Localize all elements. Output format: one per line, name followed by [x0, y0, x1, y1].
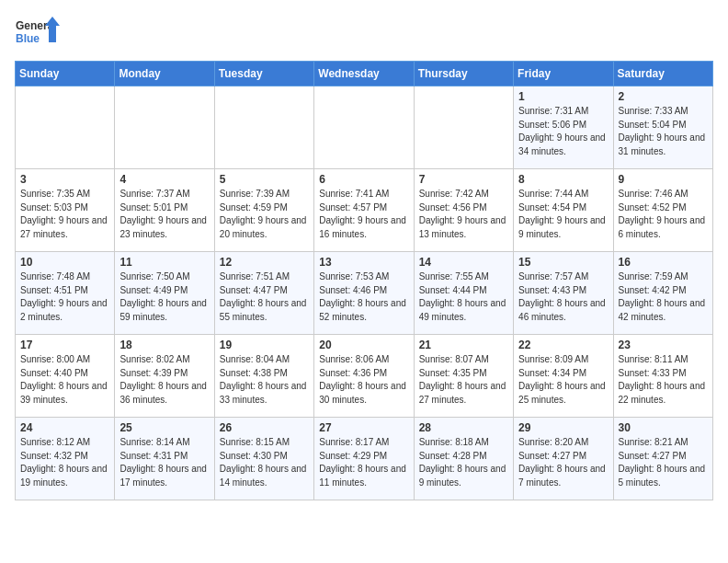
day-number: 2 [619, 90, 708, 103]
day-sunrise: Sunrise: 7:31 AM [518, 106, 588, 116]
day-number: 12 [220, 256, 309, 269]
day-sunrise: Sunrise: 8:17 AM [319, 437, 389, 447]
day-sunset: Sunset: 4:56 PM [419, 202, 487, 213]
day-daylight: Daylight: 8 hours and 33 minutes. [220, 381, 307, 405]
day-sunset: Sunset: 4:40 PM [20, 368, 88, 378]
day-sunrise: Sunrise: 7:53 AM [319, 271, 389, 282]
day-daylight: Daylight: 8 hours and 55 minutes. [220, 298, 307, 322]
day-daylight: Daylight: 8 hours and 36 minutes. [119, 381, 207, 405]
calendar-cell: 8 Sunrise: 7:44 AM Sunset: 4:54 PM Dayli… [514, 169, 613, 252]
day-daylight: Daylight: 8 hours and 9 minutes. [419, 464, 506, 488]
day-number: 14 [419, 256, 508, 269]
calendar-cell: 1 Sunrise: 7:31 AM Sunset: 5:06 PM Dayli… [514, 86, 613, 169]
day-daylight: Daylight: 8 hours and 5 minutes. [619, 464, 706, 488]
header-tuesday: Tuesday [214, 62, 313, 86]
calendar-cell: 3 Sunrise: 7:35 AM Sunset: 5:03 PM Dayli… [16, 169, 115, 252]
day-sunset: Sunset: 4:28 PM [419, 451, 487, 461]
day-sunset: Sunset: 4:51 PM [20, 285, 88, 295]
day-daylight: Daylight: 8 hours and 27 minutes. [419, 381, 506, 405]
day-sunrise: Sunrise: 7:48 AM [20, 271, 90, 282]
page-header: General Blue [15, 15, 713, 53]
day-sunset: Sunset: 4:27 PM [619, 451, 687, 461]
day-sunrise: Sunrise: 7:44 AM [518, 189, 588, 199]
day-number: 27 [319, 421, 408, 434]
day-sunset: Sunset: 4:49 PM [119, 285, 188, 295]
day-sunset: Sunset: 4:44 PM [419, 285, 487, 295]
day-number: 19 [220, 339, 309, 351]
day-number: 17 [20, 339, 109, 351]
day-sunset: Sunset: 4:43 PM [518, 285, 586, 295]
day-sunrise: Sunrise: 8:12 AM [20, 437, 90, 447]
calendar-week-1: 1 Sunrise: 7:31 AM Sunset: 5:06 PM Dayli… [16, 86, 713, 169]
day-sunset: Sunset: 4:31 PM [119, 451, 188, 461]
calendar-cell: 9 Sunrise: 7:46 AM Sunset: 4:52 PM Dayli… [613, 169, 712, 252]
calendar-cell: 29 Sunrise: 8:20 AM Sunset: 4:27 PM Dayl… [514, 418, 613, 500]
day-sunset: Sunset: 4:32 PM [20, 451, 88, 461]
day-sunset: Sunset: 4:39 PM [119, 368, 188, 378]
day-sunset: Sunset: 5:03 PM [20, 202, 88, 213]
day-daylight: Daylight: 8 hours and 59 minutes. [119, 298, 207, 322]
day-sunset: Sunset: 4:29 PM [319, 451, 387, 461]
day-number: 18 [119, 339, 209, 351]
day-daylight: Daylight: 9 hours and 16 minutes. [319, 215, 406, 239]
day-sunset: Sunset: 5:04 PM [619, 120, 687, 130]
day-sunset: Sunset: 4:36 PM [319, 368, 387, 378]
day-sunrise: Sunrise: 8:18 AM [419, 437, 489, 447]
day-number: 6 [319, 173, 408, 186]
day-daylight: Daylight: 9 hours and 13 minutes. [419, 215, 506, 239]
calendar-cell: 19 Sunrise: 8:04 AM Sunset: 4:38 PM Dayl… [214, 335, 313, 418]
day-daylight: Daylight: 8 hours and 49 minutes. [419, 298, 506, 322]
header-wednesday: Wednesday [314, 62, 414, 86]
svg-text:Blue: Blue [16, 32, 40, 45]
day-sunset: Sunset: 5:06 PM [518, 120, 586, 130]
day-number: 21 [419, 339, 508, 351]
day-number: 10 [20, 256, 109, 269]
day-number: 30 [619, 421, 708, 434]
day-number: 20 [319, 339, 408, 351]
day-sunset: Sunset: 4:57 PM [319, 202, 387, 213]
day-daylight: Daylight: 9 hours and 9 minutes. [518, 215, 606, 239]
day-number: 9 [619, 173, 708, 186]
day-number: 4 [119, 173, 209, 186]
day-number: 16 [619, 256, 708, 269]
calendar-cell: 17 Sunrise: 8:00 AM Sunset: 4:40 PM Dayl… [16, 335, 115, 418]
day-sunset: Sunset: 4:30 PM [220, 451, 288, 461]
header-monday: Monday [115, 62, 214, 86]
day-sunrise: Sunrise: 7:39 AM [220, 189, 290, 199]
day-sunset: Sunset: 4:42 PM [619, 285, 687, 295]
calendar-week-3: 10 Sunrise: 7:48 AM Sunset: 4:51 PM Dayl… [16, 252, 713, 335]
header-saturday: Saturday [613, 62, 712, 86]
day-sunrise: Sunrise: 7:46 AM [619, 189, 688, 199]
calendar-cell [214, 86, 313, 169]
calendar-cell: 5 Sunrise: 7:39 AM Sunset: 4:59 PM Dayli… [214, 169, 313, 252]
day-daylight: Daylight: 9 hours and 23 minutes. [119, 215, 207, 239]
day-daylight: Daylight: 8 hours and 42 minutes. [619, 298, 706, 322]
day-sunrise: Sunrise: 8:14 AM [119, 437, 189, 447]
calendar-cell: 16 Sunrise: 7:59 AM Sunset: 4:42 PM Dayl… [613, 252, 712, 335]
day-daylight: Daylight: 8 hours and 17 minutes. [119, 464, 207, 488]
calendar-cell: 6 Sunrise: 7:41 AM Sunset: 4:57 PM Dayli… [314, 169, 414, 252]
calendar-cell: 22 Sunrise: 8:09 AM Sunset: 4:34 PM Dayl… [514, 335, 613, 418]
day-sunrise: Sunrise: 7:50 AM [119, 271, 189, 282]
calendar-cell [115, 86, 214, 169]
calendar-cell: 21 Sunrise: 8:07 AM Sunset: 4:35 PM Dayl… [414, 335, 513, 418]
day-daylight: Daylight: 8 hours and 25 minutes. [518, 381, 606, 405]
day-sunrise: Sunrise: 8:21 AM [619, 437, 688, 447]
calendar-cell: 14 Sunrise: 7:55 AM Sunset: 4:44 PM Dayl… [414, 252, 513, 335]
header-friday: Friday [514, 62, 613, 86]
day-sunset: Sunset: 4:47 PM [220, 285, 288, 295]
day-number: 29 [518, 421, 608, 434]
day-sunrise: Sunrise: 7:55 AM [419, 271, 489, 282]
day-sunrise: Sunrise: 7:35 AM [20, 189, 90, 199]
calendar-cell [16, 86, 115, 169]
day-number: 11 [119, 256, 209, 269]
calendar-cell: 10 Sunrise: 7:48 AM Sunset: 4:51 PM Dayl… [16, 252, 115, 335]
calendar-cell: 25 Sunrise: 8:14 AM Sunset: 4:31 PM Dayl… [115, 418, 214, 500]
day-daylight: Daylight: 8 hours and 22 minutes. [619, 381, 706, 405]
day-number: 13 [319, 256, 408, 269]
day-sunset: Sunset: 4:27 PM [518, 451, 586, 461]
calendar-cell: 7 Sunrise: 7:42 AM Sunset: 4:56 PM Dayli… [414, 169, 513, 252]
day-sunset: Sunset: 4:59 PM [220, 202, 288, 213]
day-sunset: Sunset: 4:52 PM [619, 202, 687, 213]
day-number: 28 [419, 421, 508, 434]
